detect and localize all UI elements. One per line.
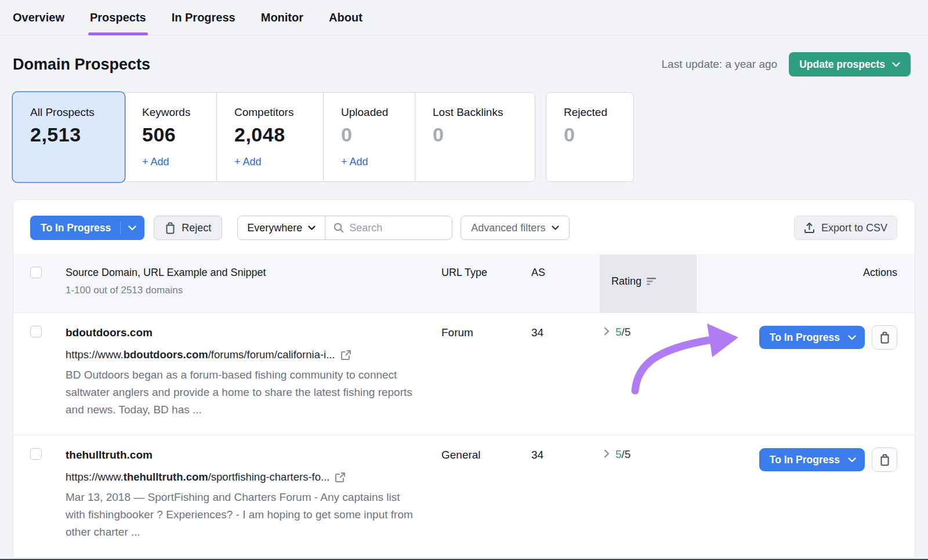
as-value: 34 — [531, 448, 600, 541]
card-value: 2,048 — [234, 123, 314, 146]
card-value: 0 — [341, 123, 405, 146]
search-icon — [334, 223, 344, 233]
chevron-down-icon[interactable] — [848, 335, 856, 340]
card-value: 0 — [433, 123, 525, 146]
trash-icon — [165, 222, 176, 234]
chevron-right-icon[interactable] — [604, 327, 610, 336]
reject-row-button[interactable] — [872, 448, 897, 472]
source-domain: thehulltruth.com — [66, 448, 441, 462]
table-row: bdoutdoors.com https://www.bdoutdoors.co… — [13, 312, 915, 435]
to-in-progress-label: To In Progress — [770, 454, 840, 466]
card-lost-backlinks[interactable]: Lost Backlinks 0 — [415, 93, 535, 181]
card-rejected[interactable]: Rejected 0 — [546, 92, 634, 182]
top-navigation: Overview Prospects In Progress Monitor A… — [0, 0, 928, 35]
rating-value: 5/5 — [615, 448, 630, 461]
page-title: Domain Prospects — [13, 56, 150, 74]
chevron-down-icon — [552, 226, 559, 230]
select-all-checkbox[interactable] — [30, 267, 42, 278]
column-header-source: Source Domain, URL Example and Snippet — [66, 267, 441, 279]
external-link-icon[interactable] — [340, 350, 351, 361]
actions-cell: To In Progress — [697, 448, 897, 541]
card-value: 506 — [142, 123, 207, 146]
card-value: 2,513 — [30, 123, 115, 146]
to-in-progress-button[interactable]: To In Progress — [759, 326, 865, 349]
card-uploaded[interactable]: Uploaded 0 + Add — [324, 93, 415, 181]
snippet-text: Mar 13, 2018 — SportFishing and Charters… — [66, 489, 416, 541]
chevron-down-icon — [308, 226, 316, 230]
search-box — [325, 222, 452, 234]
tab-overview[interactable]: Overview — [13, 0, 64, 35]
table-toolbar: To In Progress Reject Everywhere — [13, 200, 915, 254]
card-label: Rejected — [564, 106, 624, 119]
chevron-right-icon[interactable] — [604, 449, 610, 458]
external-link-icon[interactable] — [335, 472, 346, 483]
url-type-value: Forum — [441, 326, 531, 419]
reject-row-button[interactable] — [872, 325, 897, 350]
reject-label: Reject — [182, 222, 211, 234]
card-label: Competitors — [234, 106, 314, 119]
url-example: https://www.bdoutdoors.com/forums/forum/… — [66, 348, 441, 361]
card-value: 0 — [564, 123, 624, 146]
snippet-text: BD Outdoors began as a forum-based fishi… — [66, 366, 416, 419]
page-header: Domain Prospects Last update: a year ago… — [0, 35, 928, 92]
reject-button[interactable]: Reject — [154, 216, 222, 240]
search-scope-value: Everywhere — [247, 222, 302, 234]
card-group: All Prospects 2,513 Keywords 506 + Add C… — [13, 92, 535, 182]
advanced-filters-button[interactable]: Advanced filters — [461, 216, 570, 240]
card-all-prospects[interactable]: All Prospects 2,513 — [13, 92, 125, 182]
chevron-down-icon — [892, 62, 900, 67]
card-keywords[interactable]: Keywords 506 + Add — [125, 93, 217, 181]
tab-monitor[interactable]: Monitor — [261, 0, 303, 35]
table-header: Source Domain, URL Example and Snippet 1… — [13, 254, 915, 312]
column-header-url-type: URL Type — [441, 267, 531, 296]
update-prospects-button[interactable]: Update prospects — [789, 52, 911, 77]
results-count-text: 1-100 out of 2513 domains — [66, 285, 441, 296]
as-value: 34 — [531, 326, 600, 419]
add-competitors-link[interactable]: + Add — [234, 156, 262, 168]
add-uploaded-link[interactable]: + Add — [341, 156, 368, 168]
search-input[interactable] — [349, 222, 436, 234]
card-label: Keywords — [142, 106, 207, 119]
url-text: https://www.bdoutdoors.com/forums/forum/… — [66, 348, 335, 361]
rating-header-label: Rating — [611, 275, 641, 288]
chevron-down-icon[interactable] — [848, 457, 856, 463]
tab-about[interactable]: About — [329, 0, 362, 35]
column-header-rating[interactable]: Rating — [600, 267, 697, 296]
upload-icon — [804, 222, 815, 234]
rating-cell: 5/5 — [600, 326, 697, 419]
tab-in-progress[interactable]: In Progress — [172, 0, 235, 35]
bulk-to-in-progress-label: To In Progress — [41, 222, 111, 234]
card-label: Uploaded — [341, 106, 405, 119]
row-checkbox[interactable] — [30, 448, 42, 460]
trash-icon — [879, 454, 890, 466]
column-header-as: AS — [531, 267, 600, 296]
url-type-value: General — [441, 448, 531, 541]
url-text: https://www.thehulltruth.com/sportfishin… — [66, 471, 329, 483]
advanced-filters-label: Advanced filters — [471, 222, 545, 234]
bulk-to-in-progress-button[interactable]: To In Progress — [30, 216, 144, 240]
sort-descending-icon — [647, 278, 657, 285]
export-to-csv-button[interactable]: Export to CSV — [794, 216, 897, 240]
tab-prospects[interactable]: Prospects — [90, 0, 146, 35]
prospect-source-cards: All Prospects 2,513 Keywords 506 + Add C… — [13, 92, 915, 182]
export-to-csv-label: Export to CSV — [821, 222, 887, 234]
add-keywords-link[interactable]: + Add — [142, 156, 169, 168]
rating-cell: 5/5 — [600, 448, 697, 541]
to-in-progress-label: To In Progress — [770, 332, 840, 344]
to-in-progress-button[interactable]: To In Progress — [759, 448, 865, 471]
card-label: All Prospects — [30, 106, 115, 119]
rating-value: 5/5 — [615, 326, 630, 339]
column-header-actions: Actions — [697, 267, 897, 296]
row-checkbox[interactable] — [30, 326, 42, 337]
card-label: Lost Backlinks — [433, 106, 525, 119]
trash-icon — [879, 332, 890, 344]
search-group: Everywhere — [237, 216, 452, 240]
chevron-down-icon[interactable] — [121, 226, 144, 231]
update-prospects-label: Update prospects — [799, 59, 885, 71]
actions-cell: To In Progress — [697, 326, 897, 419]
search-scope-dropdown[interactable]: Everywhere — [238, 216, 325, 239]
last-update-text: Last update: a year ago — [662, 58, 778, 71]
url-example: https://www.thehulltruth.com/sportfishin… — [66, 471, 441, 483]
prospects-panel: To In Progress Reject Everywhere — [13, 199, 915, 557]
card-competitors[interactable]: Competitors 2,048 + Add — [217, 93, 324, 181]
